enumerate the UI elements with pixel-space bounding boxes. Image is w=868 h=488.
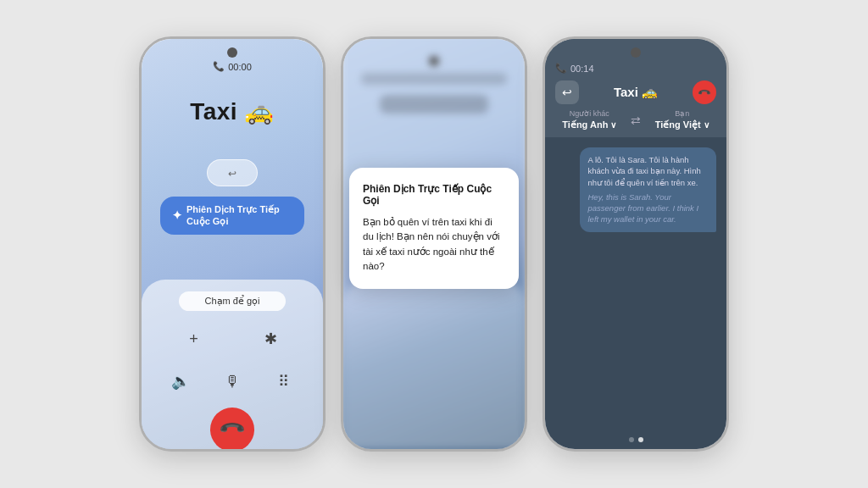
bluetooth-icon: ✱ [264, 330, 277, 348]
tap-to-call-label[interactable]: Chạm để gọi [179, 291, 286, 311]
phone1-frame: 📞 00:00 Taxi 🚕 ↩ ✦ Phiên Dịch Trực Tiếp … [139, 36, 326, 452]
phone3-screen: 📞 00:14 ↩ Taxi 🚕 📞 Người khác [545, 39, 726, 449]
lang-other-chevron-icon: ∨ [610, 120, 616, 130]
keypad-btn[interactable]: ⠿ [268, 365, 300, 397]
phone3-chat-area: A lô. Tôi là Sara. Tôi là hành khách vừa… [545, 137, 726, 430]
controls-row-1: + ✱ [155, 323, 309, 355]
phone2-wrapper: Phiên Dịch Trực Tiếp Cuộc Gọi Bạn bỏ quê… [341, 36, 527, 452]
phone3-name-row: ↩ Taxi 🚕 📞 [555, 80, 716, 104]
chat-text-viet: A lô. Tôi là Sara. Tôi là hành khách vừa… [588, 154, 709, 188]
popup-body: Bạn bỏ quên ví trên taxi khi đi du lịch!… [363, 215, 505, 274]
phone3-lang-row: Người khác Tiếng Anh ∨ ⇄ Bạn Tiếng Việt … [555, 109, 716, 130]
swap-lang-icon[interactable]: ⇄ [631, 114, 641, 127]
phone2-name-bar [380, 95, 488, 114]
add-btn[interactable]: + [178, 323, 210, 355]
phone1-feature-pill[interactable]: ↩ [207, 159, 258, 186]
phone1-controls-bg: Chạm để gọi + ✱ 🔈 🎙 ⠿ [142, 280, 323, 449]
phone3-header: 📞 00:14 ↩ Taxi 🚕 📞 Người khác [545, 39, 726, 137]
phone1-pill-icon: ↩ [228, 168, 236, 180]
lang-other-label: Người khác [570, 109, 609, 118]
end-call-btn[interactable]: 📞 [210, 408, 254, 452]
dot-2 [638, 437, 643, 442]
end-call-icon: 📞 [218, 415, 248, 445]
phone1-call-icon: 📞 [213, 61, 225, 72]
phone3-frame: 📞 00:14 ↩ Taxi 🚕 📞 Người khác [542, 36, 729, 452]
phone2-time-bar [361, 73, 506, 85]
phone1-call-time: 📞 00:00 [213, 61, 252, 72]
chat-text-en: Hey, this is Sarah. Your passenger from … [588, 191, 709, 225]
phone3-call-name: Taxi 🚕 [579, 85, 693, 100]
phone2-controls-area [343, 280, 525, 449]
mute-btn[interactable]: 🎙 [216, 365, 248, 397]
volume-icon: 🔈 [171, 372, 190, 391]
phone1-call-name: Taxi 🚕 [190, 97, 275, 125]
phone3-notch [631, 47, 641, 58]
phone3-end-btn[interactable]: 📞 [693, 80, 716, 104]
dot-1 [629, 437, 634, 442]
lang-other-val[interactable]: Tiếng Anh ∨ [562, 119, 616, 130]
phone2-popup: Phiên Dịch Trực Tiếp Cuộc Gọi Bạn bỏ quê… [349, 168, 519, 289]
phone3-dots [545, 430, 726, 449]
popup-title: Phiên Dịch Trực Tiếp Cuộc Gọi [363, 183, 505, 207]
phone1-notch [227, 47, 237, 58]
volume-btn[interactable]: 🔈 [164, 365, 197, 397]
lang-self-label: Bạn [675, 109, 689, 118]
chat-bubble-viet: A lô. Tôi là Sara. Tôi là hành khách vừa… [580, 147, 717, 232]
lang-self-chevron-icon: ∨ [704, 120, 709, 130]
live-translate-star-icon: ✦ [172, 208, 182, 223]
bluetooth-btn[interactable]: ✱ [255, 323, 287, 355]
lang-self-val[interactable]: Tiếng Việt ∨ [655, 119, 709, 130]
phone3-end-icon: 📞 [698, 86, 711, 99]
phone3-top-bar: 📞 00:14 [555, 63, 716, 74]
back-icon: ↩ [562, 86, 572, 99]
phone3-back-btn[interactable]: ↩ [555, 80, 579, 104]
phone1-screen: 📞 00:00 Taxi 🚕 ↩ ✦ Phiên Dịch Trực Tiếp … [142, 39, 323, 449]
phone2-notch [429, 56, 439, 66]
controls-row-2: 🔈 🎙 ⠿ [155, 365, 309, 397]
phone3-lang-self: Bạn Tiếng Việt ∨ [655, 109, 709, 130]
phone1-live-translate-btn[interactable]: ✦ Phiên Dịch Trực Tiếp Cuộc Gọi [160, 197, 304, 235]
live-translate-label: Phiên Dịch Trực Tiếp Cuộc Gọi [186, 203, 292, 228]
phone3-call-icon: 📞 [555, 63, 567, 74]
mute-icon: 🎙 [225, 373, 240, 391]
phone3-lang-other: Người khác Tiếng Anh ∨ [562, 109, 616, 130]
phone3-time: 📞 00:14 [555, 63, 594, 74]
keypad-icon: ⠿ [278, 372, 289, 391]
